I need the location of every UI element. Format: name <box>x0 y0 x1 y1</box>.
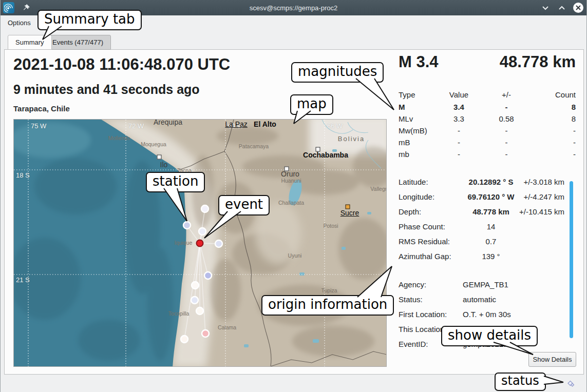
magnitude-row[interactable]: MLv3.30.588 <box>399 113 576 125</box>
city-marker <box>157 155 162 160</box>
origin-label: Phase Count: <box>399 222 463 231</box>
origin-label: RMS Residual: <box>399 237 463 246</box>
grid-label: 66 W <box>327 122 343 130</box>
origin-uncertainty: +/-10.415 km <box>519 207 564 216</box>
city-label: Tupiza <box>321 287 337 293</box>
magnitude-row[interactable]: M3.4-8 <box>399 101 576 113</box>
magnitude-row[interactable]: mb--- <box>399 148 576 160</box>
city-label: La Paz <box>225 120 248 128</box>
origin-value: 48.778 km <box>463 207 519 216</box>
magnitude-count: 8 <box>529 103 576 111</box>
event-info-row: Agency:GEMPA_TB1 <box>399 277 564 292</box>
origin-label: Longitude: <box>399 192 463 201</box>
magnitude-count: - <box>529 138 576 147</box>
info-label: Agency: <box>399 280 463 289</box>
magnitude-value: 3.4 <box>434 103 483 111</box>
city-label: Vallegrande <box>370 186 387 192</box>
origin-time: 2021-10-08 11:06:48.070 UTC <box>13 55 230 74</box>
annotation-event: event <box>218 195 270 215</box>
preferred-magnitude: M 3.4 <box>399 53 439 71</box>
city-label: Arequipa <box>154 119 182 126</box>
origin-row: Azimuthal Gap:139 ° <box>399 249 564 264</box>
origin-value: 139 ° <box>463 252 519 261</box>
magnitude-row[interactable]: mB--- <box>399 136 576 148</box>
grid-label: 75 W <box>31 122 46 130</box>
magnitude-type: MLv <box>399 114 434 123</box>
origin-value: 20.12892 ° S <box>463 178 519 186</box>
maximize-icon[interactable] <box>557 3 567 13</box>
event-marker[interactable] <box>197 240 203 247</box>
station-marker[interactable] <box>215 240 222 247</box>
annotation-summary-tab: Summary tab <box>37 10 142 30</box>
station-marker[interactable] <box>192 282 199 289</box>
info-label: Status: <box>399 295 463 304</box>
origin-info: Latitude:20.12892 ° S+/-3.018 kmLongitud… <box>399 174 564 264</box>
origin-row: RMS Residual:0.7 <box>399 234 564 249</box>
connection-status-icon[interactable] <box>566 379 575 388</box>
magnitude-value: 3.3 <box>434 114 483 123</box>
city-label: Uyuni <box>288 252 302 259</box>
origin-value: 69.76120 ° W <box>463 192 519 201</box>
magnitude-uncertainty: 0.58 <box>483 114 529 123</box>
city-label: Bolivia <box>338 135 365 143</box>
city-label: Challapata <box>278 200 304 206</box>
city-label: Calama <box>218 324 236 330</box>
origin-label: Latitude: <box>399 178 463 186</box>
preferred-depth: 48.778 km <box>500 53 576 71</box>
magnitude-count: - <box>529 126 576 135</box>
city-label: Tocopilla <box>168 310 190 317</box>
headline: M 3.4 48.778 km <box>399 53 576 71</box>
station-marker[interactable] <box>181 336 188 343</box>
region-name: Tarapaca, Chile <box>13 104 70 113</box>
info-value: automatic <box>463 295 564 304</box>
col-type: Type <box>399 90 434 99</box>
magnitude-type: mb <box>399 150 434 159</box>
application-window: scesv@scmps://gempa-proc2 Options Summar… <box>0 0 587 392</box>
show-details-button[interactable]: Show Details <box>528 352 576 367</box>
magnitude-value: - <box>434 126 483 135</box>
city-label: Oruro <box>281 170 299 178</box>
map[interactable]: 75 W72 W69 W66 W18 S21 SArequipaMollendo… <box>13 119 387 367</box>
magnitude-uncertainty: - <box>483 126 529 135</box>
city-label: Ilo <box>160 161 168 169</box>
scrollbar[interactable] <box>570 181 573 338</box>
origin-value: 14 <box>463 222 519 231</box>
origin-uncertainty: +/-4.247 km <box>519 192 564 201</box>
grid-label: 21 S <box>16 276 30 284</box>
station-marker[interactable] <box>191 297 198 304</box>
menu-options[interactable]: Options <box>8 19 31 27</box>
col-uncertainty: +/- <box>483 90 529 99</box>
station-marker[interactable] <box>199 228 206 235</box>
city-label: Iquique <box>175 240 192 246</box>
city-label: Potosi <box>323 223 338 229</box>
magnitude-count: 8 <box>529 114 576 123</box>
close-icon[interactable] <box>573 3 583 13</box>
station-marker[interactable] <box>202 330 209 337</box>
magnitude-value: - <box>434 138 483 147</box>
annotation-origin-information: origin information <box>261 295 394 316</box>
info-value: GEMPA_TB1 <box>463 280 564 289</box>
annotation-show-details: show details <box>441 326 538 346</box>
origin-label: Depth: <box>399 207 463 216</box>
magnitude-type: mB <box>399 138 434 147</box>
origin-row: Depth:48.778 km+/-10.415 km <box>399 204 564 219</box>
origin-row: Latitude:20.12892 ° S+/-3.018 km <box>399 174 564 189</box>
station-marker[interactable] <box>196 307 203 315</box>
city-label: Patacamaya <box>239 143 269 149</box>
station-marker[interactable] <box>204 272 212 279</box>
magnitude-uncertainty: - <box>483 138 529 147</box>
origin-uncertainty: +/-3.018 km <box>519 178 564 186</box>
grid-label: 72 W <box>128 122 144 130</box>
station-marker[interactable] <box>201 205 209 212</box>
magnitude-uncertainty: - <box>483 103 529 111</box>
magnitude-row[interactable]: Mw(mB)--- <box>399 125 576 136</box>
tab-events[interactable]: Events (477/477) <box>45 35 111 50</box>
city-label: Huanuni <box>281 178 301 184</box>
col-count: Count <box>529 90 576 99</box>
city-label: Mollendo <box>108 135 130 141</box>
origin-label: Azimuthal Gap: <box>399 252 463 261</box>
station-marker[interactable] <box>183 222 191 229</box>
tab-summary[interactable]: Summary <box>8 35 52 50</box>
info-label: First Location: <box>399 310 463 319</box>
minimize-icon[interactable] <box>540 3 551 13</box>
